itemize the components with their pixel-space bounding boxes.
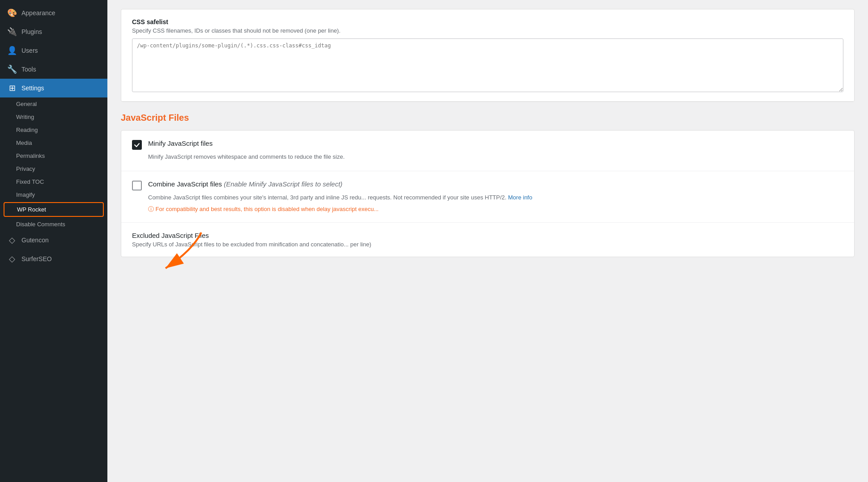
sidebar-item-label: Appearance: [21, 9, 55, 17]
sidebar: 🎨 Appearance 🔌 Plugins 👤 Users 🔧 Tools ⊞…: [0, 0, 107, 482]
sidebar-item-general[interactable]: General: [0, 97, 107, 110]
users-icon: 👤: [7, 46, 17, 55]
combine-js-desc: Combine JavaScript files combines your s…: [148, 193, 843, 203]
gutencon-label: Gutencon: [21, 237, 49, 244]
js-section-heading: JavaScript Files: [121, 113, 855, 123]
more-info-link[interactable]: More info: [508, 194, 532, 201]
sidebar-item-privacy[interactable]: Privacy: [0, 162, 107, 175]
main-content: CSS safelist Specify CSS filenames, IDs …: [107, 0, 868, 482]
sidebar-item-users[interactable]: 👤 Users: [0, 41, 107, 60]
sidebar-item-writing[interactable]: Writing: [0, 110, 107, 123]
gutencon-icon: ◇: [7, 235, 17, 245]
css-safelist-card: CSS safelist Specify CSS filenames, IDs …: [121, 9, 855, 102]
settings-icon: ⊞: [7, 83, 17, 93]
disable-comments-label: Disable Comments: [16, 221, 65, 228]
sidebar-item-plugins[interactable]: 🔌 Plugins: [0, 22, 107, 41]
sidebar-item-imagify[interactable]: Imagify: [0, 188, 107, 201]
fixed-toc-label: Fixed TOC: [16, 178, 44, 185]
tools-icon: 🔧: [7, 64, 17, 74]
sidebar-item-surferseo[interactable]: ◇ SurferSEO: [0, 249, 107, 268]
surferseo-icon: ◇: [7, 254, 17, 264]
sidebar-item-tools[interactable]: 🔧 Tools: [0, 60, 107, 79]
privacy-label: Privacy: [16, 165, 35, 172]
minify-js-desc: Minify JavaScript removes whitespace and…: [148, 152, 843, 162]
css-safelist-textarea[interactable]: [132, 38, 843, 92]
css-safelist-desc: Specify CSS filenames, IDs or classes th…: [132, 27, 843, 34]
wp-rocket-label: WP Rocket: [17, 206, 46, 213]
sidebar-item-fixed-toc[interactable]: Fixed TOC: [0, 175, 107, 188]
appearance-icon: 🎨: [7, 8, 17, 18]
combine-js-label: Combine JavaScript files (Enable Minify …: [148, 180, 342, 188]
css-safelist-label: CSS safelist: [132, 18, 843, 25]
sidebar-item-label: Tools: [21, 66, 36, 73]
general-label: General: [16, 101, 37, 107]
sidebar-item-label: Plugins: [21, 28, 42, 35]
plugins-icon: 🔌: [7, 27, 17, 37]
excluded-js-desc: Specify URLs of JavaScript files to be e…: [132, 241, 843, 248]
reading-label: Reading: [16, 127, 38, 133]
sidebar-item-appearance[interactable]: 🎨 Appearance: [0, 4, 107, 22]
sidebar-item-gutencon[interactable]: ◇ Gutencon: [0, 231, 107, 249]
surferseo-label: SurferSEO: [21, 255, 52, 262]
sidebar-item-label: Users: [21, 47, 38, 54]
sidebar-item-media[interactable]: Media: [0, 136, 107, 149]
sidebar-item-disable-comments[interactable]: Disable Comments: [0, 218, 107, 231]
sidebar-item-reading[interactable]: Reading: [0, 123, 107, 136]
excluded-js-title: Excluded JavaScript Files: [132, 232, 843, 239]
sidebar-item-settings[interactable]: ⊞ Settings: [0, 79, 107, 97]
minify-js-label: Minify JavaScript files: [148, 140, 213, 147]
combine-js-row: Combine JavaScript files (Enable Minify …: [121, 171, 854, 223]
sidebar-item-permalinks[interactable]: Permalinks: [0, 149, 107, 162]
permalinks-label: Permalinks: [16, 152, 45, 159]
excluded-js-row: Excluded JavaScript Files Specify URLs o…: [121, 223, 854, 257]
settings-submenu: General Writing Reading Media Permalinks…: [0, 97, 107, 231]
sidebar-item-wp-rocket[interactable]: WP Rocket: [4, 202, 104, 217]
writing-label: Writing: [16, 114, 34, 120]
minify-js-checkbox[interactable]: [132, 140, 142, 150]
sidebar-item-label: Settings: [21, 85, 44, 92]
combine-js-warning: ⓘ For compatibility and best results, th…: [148, 205, 843, 213]
imagify-label: Imagify: [16, 191, 35, 198]
js-options-card: Minify JavaScript files Minify JavaScrip…: [121, 130, 855, 257]
combine-js-checkbox[interactable]: [132, 181, 142, 190]
media-label: Media: [16, 140, 32, 146]
minify-js-row: Minify JavaScript files Minify JavaScrip…: [121, 131, 854, 171]
